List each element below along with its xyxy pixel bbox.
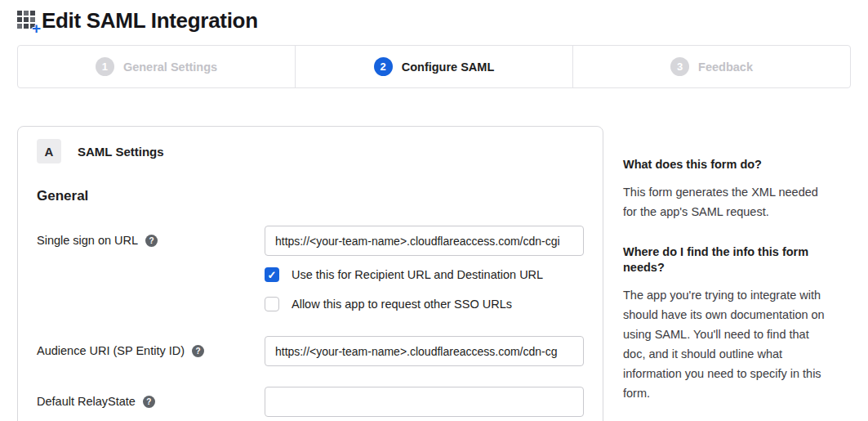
relay-state-help-icon[interactable]: ? xyxy=(143,396,155,408)
sidebar-section-where: Where do I find the info this form needs… xyxy=(623,244,829,403)
step-1-label: General Settings xyxy=(123,60,217,74)
page: + Edit SAML Integration 1 General Settin… xyxy=(0,7,868,421)
sso-url-row: Single sign on URL ? ✓ Use this for Reci… xyxy=(37,226,584,311)
step-2-label: Configure SAML xyxy=(402,60,495,74)
section-a-badge: A xyxy=(37,139,61,163)
saml-settings-panel: A SAML Settings General Single sign on U… xyxy=(17,126,603,421)
step-feedback[interactable]: 3 Feedback xyxy=(573,46,850,87)
audience-uri-label: Audience URI (SP Entity ID) xyxy=(37,344,185,357)
relay-state-label-group: Default RelayState ? xyxy=(37,387,265,408)
audience-uri-label-group: Audience URI (SP Entity ID) ? xyxy=(37,336,265,357)
plus-icon: + xyxy=(32,20,41,36)
sidebar-section-what: What does this form do? This form genera… xyxy=(623,157,829,222)
general-section-heading: General xyxy=(37,188,584,204)
audience-uri-input[interactable] xyxy=(265,336,584,366)
sidebar-body-what: This form generates the XML needed for t… xyxy=(623,182,829,222)
panel-title: SAML Settings xyxy=(78,145,164,159)
sidebar-heading-where: Where do I find the info this form needs… xyxy=(623,244,829,275)
page-header: + Edit SAML Integration xyxy=(17,7,851,34)
sso-url-label-group: Single sign on URL ? xyxy=(37,226,265,247)
sso-url-controls: ✓ Use this for Recipient URL and Destina… xyxy=(265,226,584,311)
wizard-stepper: 1 General Settings 2 Configure SAML 3 Fe… xyxy=(17,45,851,88)
step-general-settings[interactable]: 1 General Settings xyxy=(18,46,296,87)
recipient-url-checkbox-label: Use this for Recipient URL and Destinati… xyxy=(292,268,543,281)
panel-header: A SAML Settings xyxy=(37,139,584,163)
help-sidebar: What does this form do? This form genera… xyxy=(623,126,829,403)
step-3-label: Feedback xyxy=(698,60,753,74)
sso-url-help-icon[interactable]: ? xyxy=(145,235,158,247)
sidebar-heading-what: What does this form do? xyxy=(623,157,829,172)
other-sso-urls-checkbox[interactable] xyxy=(265,297,279,311)
step-3-number-badge: 3 xyxy=(670,57,689,76)
step-1-number-badge: 1 xyxy=(96,57,114,76)
sidebar-body-where: The app you're trying to integrate with … xyxy=(623,285,829,403)
relay-state-row: Default RelayState ? If no value is set,… xyxy=(37,387,584,421)
recipient-url-checkbox-row[interactable]: ✓ Use this for Recipient URL and Destina… xyxy=(265,267,584,282)
relay-state-label: Default RelayState xyxy=(37,395,136,408)
relay-state-input[interactable] xyxy=(265,387,584,417)
sso-url-label: Single sign on URL xyxy=(37,234,138,247)
step-configure-saml[interactable]: 2 Configure SAML xyxy=(296,46,573,87)
audience-uri-help-icon[interactable]: ? xyxy=(192,345,204,357)
step-2-number-badge: 2 xyxy=(374,57,393,76)
audience-uri-row: Audience URI (SP Entity ID) ? xyxy=(37,336,584,366)
other-sso-urls-checkbox-label: Allow this app to request other SSO URLs xyxy=(292,298,512,311)
page-title: Edit SAML Integration xyxy=(42,8,258,34)
other-sso-urls-checkbox-row[interactable]: Allow this app to request other SSO URLs xyxy=(265,297,584,311)
audience-uri-controls xyxy=(265,336,584,366)
add-app-icon: + xyxy=(17,11,38,31)
recipient-url-checkbox[interactable]: ✓ xyxy=(265,267,279,282)
relay-state-controls: If no value is set, a blank RelayState i… xyxy=(265,387,584,421)
sso-url-input[interactable] xyxy=(265,226,584,256)
content: A SAML Settings General Single sign on U… xyxy=(17,126,851,421)
